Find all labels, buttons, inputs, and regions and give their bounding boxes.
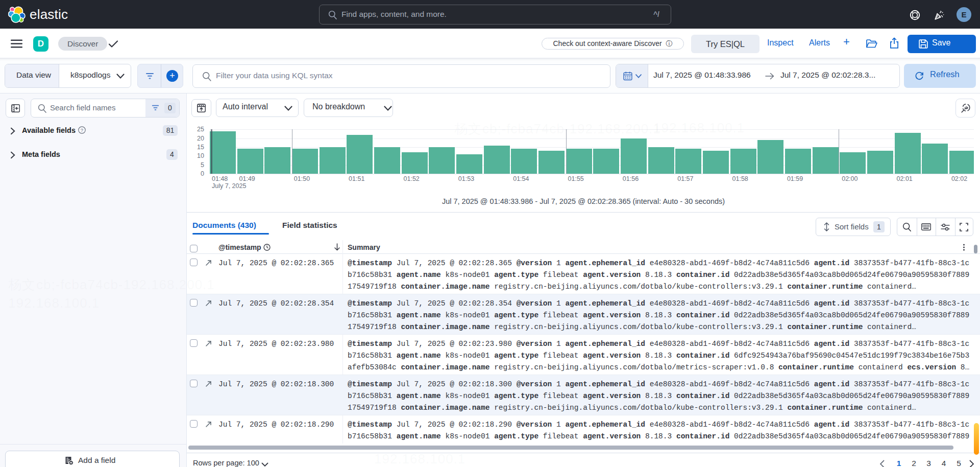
- svg-text:?: ?: [81, 127, 83, 133]
